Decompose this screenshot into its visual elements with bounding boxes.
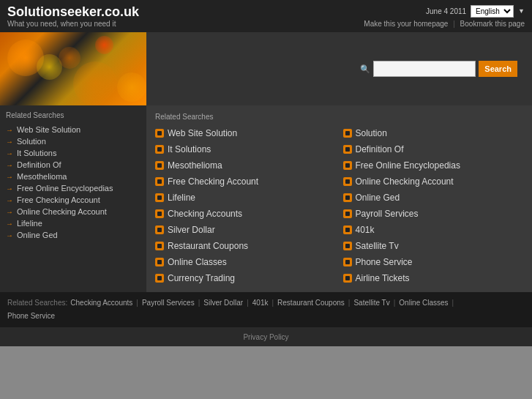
privacy-link[interactable]: Privacy Policy [243, 333, 288, 341]
related-panel-title: Related Searches [155, 113, 523, 121]
footer-link[interactable]: Satellite Tv [353, 297, 389, 310]
related-item-label: Checking Accounts [168, 209, 242, 219]
bullet-icon [155, 258, 164, 266]
related-grid: Web Site Solution Solution It Solutions … [155, 127, 523, 285]
related-item[interactable]: Checking Accounts [155, 207, 336, 220]
sidebar-item[interactable]: → Free Online Encyclopedias [6, 182, 141, 194]
related-item[interactable]: Web Site Solution [155, 127, 336, 140]
related-panel: Related Searches Web Site Solution Solut… [146, 105, 532, 292]
search-button[interactable]: Search [479, 61, 517, 77]
related-item-label: Online Classes [168, 257, 227, 267]
bullet-icon [343, 242, 352, 250]
footer-sep: | [136, 297, 138, 310]
sidebar-item[interactable]: → Free Checking Account [6, 194, 141, 206]
bullet-icon [155, 209, 164, 218]
sidebar-title: Related Searches [6, 111, 141, 119]
related-item-label: Free Checking Account [168, 176, 258, 187]
footer-bar: Related Searches: Checking Accounts | Pa… [0, 292, 532, 327]
related-item[interactable]: Payroll Services [343, 207, 524, 220]
sidebar-item[interactable]: → Definition Of [6, 159, 141, 171]
footer-link[interactable]: Restaurant Coupons [277, 297, 345, 310]
make-homepage-link[interactable]: Make this your homepage [364, 20, 448, 28]
arrow-icon: → [6, 126, 13, 134]
related-item[interactable]: Lifeline [155, 191, 336, 204]
related-item[interactable]: Definition Of [343, 143, 524, 156]
main-content: Related Searches → Web Site Solution → S… [0, 105, 532, 292]
related-item[interactable]: Restaurant Coupons [155, 239, 336, 253]
related-item[interactable]: Currency Trading [155, 272, 336, 285]
related-item[interactable]: Online Checking Account [343, 175, 524, 188]
sidebar-item[interactable]: → Online Ged [6, 229, 141, 241]
related-item[interactable]: Airline Tickets [343, 272, 524, 285]
bookmark-link[interactable]: Bookmark this page [460, 20, 525, 28]
sidebar-item-label: Online Checking Account [17, 207, 107, 216]
sidebar-item[interactable]: → Online Checking Account [6, 206, 141, 217]
related-item-label: Definition Of [356, 144, 404, 154]
header: Solutionseeker.co.uk What you need, when… [0, 0, 532, 32]
related-item[interactable]: It Solutions [155, 143, 336, 156]
footer-sep: | [247, 297, 249, 310]
site-title-block: Solutionseeker.co.uk What you need, when… [7, 4, 139, 28]
related-item-label: Solution [356, 128, 387, 138]
related-item[interactable]: Free Online Encyclopedias [343, 159, 524, 172]
search-input[interactable] [373, 61, 476, 77]
bullet-icon [155, 129, 164, 138]
arrow-icon: → [6, 208, 13, 216]
banner-search: 🔍 Search [146, 32, 532, 105]
sidebar-item[interactable]: → Mesothelioma [6, 171, 141, 182]
sidebar-item[interactable]: → Lifeline [6, 217, 141, 229]
sidebar-item-label: It Solutions [17, 149, 56, 157]
site-tagline: What you need, when you need it [7, 20, 139, 28]
sidebar-item[interactable]: → It Solutions [6, 147, 141, 159]
related-item[interactable]: Satellite Tv [343, 239, 524, 253]
related-item-label: Silver Dollar [168, 225, 215, 235]
sidebar-item-label: Online Ged [17, 231, 58, 239]
related-item[interactable]: Mesothelioma [155, 159, 336, 172]
related-item[interactable]: Online Classes [155, 256, 336, 269]
site-title: Solutionseeker.co.uk [7, 4, 139, 20]
sidebar-item-label: Mesothelioma [17, 172, 67, 181]
sidebar-item-label: Definition Of [17, 160, 61, 169]
bullet-icon [155, 225, 164, 234]
bullet-icon [343, 258, 352, 266]
footer-sep: | [271, 297, 274, 310]
footer-link[interactable]: Payroll Services [142, 297, 195, 310]
footer-label: Related Searches: [7, 297, 67, 310]
bullet-icon [155, 242, 164, 250]
related-item[interactable]: Free Checking Account [155, 175, 336, 188]
bullet-icon [343, 129, 352, 138]
lang-select[interactable]: English [471, 5, 514, 18]
footer-link[interactable]: Online Classes [399, 297, 448, 310]
footer-link[interactable]: Checking Accounts [70, 297, 132, 310]
footer-link[interactable]: Silver Dollar [203, 297, 243, 310]
bullet-icon [343, 145, 352, 154]
related-item[interactable]: 401k [343, 223, 524, 236]
header-right: June 4 2011 English ▼ Make this your hom… [364, 5, 525, 28]
sidebar-item[interactable]: → Solution [6, 135, 141, 147]
search-icon: 🔍 [360, 64, 370, 74]
lang-dropdown-icon[interactable]: ▼ [518, 7, 525, 15]
arrow-icon: → [6, 161, 13, 169]
related-item-label: Currency Trading [168, 273, 235, 283]
footer-sep: | [394, 297, 396, 310]
related-item[interactable]: Solution [343, 127, 524, 140]
bullet-icon [343, 193, 352, 202]
bullet-icon [343, 177, 352, 186]
bullet-icon [343, 225, 352, 234]
sidebar-item-label: Web Site Solution [17, 125, 80, 134]
related-item[interactable]: Online Ged [343, 191, 524, 204]
sidebar-item[interactable]: → Web Site Solution [6, 124, 141, 135]
privacy-footer: Privacy Policy [0, 327, 532, 346]
related-item[interactable]: Silver Dollar [155, 223, 336, 236]
related-item-label: Restaurant Coupons [168, 241, 248, 251]
related-item[interactable]: Phone Service [343, 256, 524, 269]
footer-link[interactable]: 401k [252, 297, 269, 310]
page-wrapper: Solutionseeker.co.uk What you need, when… [0, 0, 532, 346]
footer-phone-link[interactable]: Phone Service [7, 312, 55, 320]
arrow-icon: → [6, 138, 13, 146]
banner-image [0, 32, 146, 105]
bullet-icon [155, 274, 164, 283]
bullet-icon [155, 177, 164, 186]
bullet-icon [155, 145, 164, 154]
search-form: 🔍 Search [360, 61, 517, 77]
